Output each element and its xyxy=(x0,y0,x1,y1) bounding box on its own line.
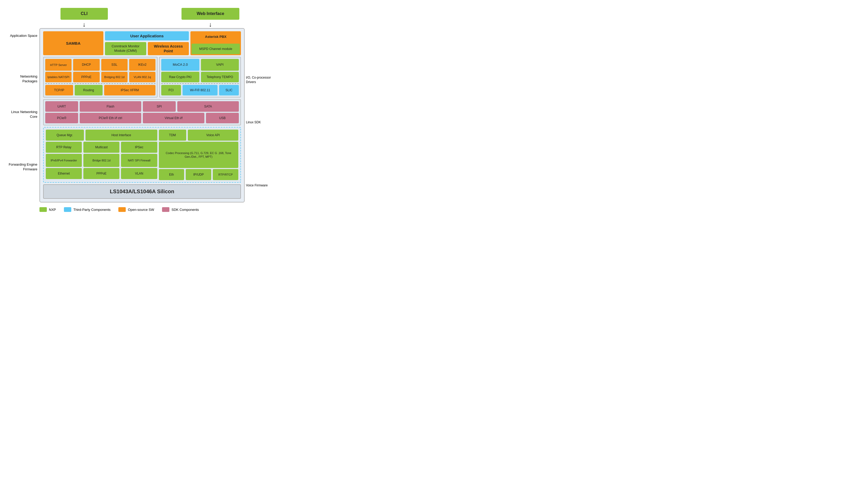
ssl-box: SSL xyxy=(101,59,127,71)
ikev2-box: IKEv2 xyxy=(129,59,155,71)
sdk-color xyxy=(162,207,169,212)
eth-box: Eth xyxy=(159,169,184,180)
fwd-left: Queue Mgr. Host Interface RTP Relay Mult… xyxy=(46,130,157,180)
user-apps-box: User Applications xyxy=(105,31,189,41)
vlan2-box: VLAN xyxy=(121,168,157,179)
net-packages-label: Networking Packages xyxy=(8,74,37,84)
ethernet-box: Ethernet xyxy=(46,168,82,179)
tcpip-box: TCP/IP xyxy=(45,85,73,95)
net-packages-section: HTTP Server DHCP SSL IKEv2 Iptables NAT/… xyxy=(43,57,157,97)
fwd-right: TDM Voice API Codec Processing (G.711, G… xyxy=(159,130,239,180)
web-box: Web Interface xyxy=(182,8,239,20)
uart-box: UART xyxy=(45,101,78,112)
host-interface-box: Host Interface xyxy=(85,130,157,141)
rtp-relay-box: RTP Relay xyxy=(46,142,82,153)
conntrack-box: Conntrack Monitor Module (CMM) xyxy=(105,42,146,55)
iptables-box: Iptables NAT/SPI xyxy=(45,72,72,82)
usb-box: USB xyxy=(206,113,239,123)
legend-third-party: Third-Party Components xyxy=(64,207,111,212)
right-voice-label: Voice Firmware xyxy=(246,183,281,188)
tdm-box: TDM xyxy=(159,130,186,141)
ip-udp-box: IP/UDP xyxy=(186,169,211,180)
linux-core-label: Linux Networking Core xyxy=(8,109,37,119)
main-container: SAMBA User Applications Conntrack Monito… xyxy=(40,28,245,203)
pppoe2-box: PPPoE xyxy=(83,168,120,179)
ipsec-xfrm-box: IPSec XFRM xyxy=(104,85,156,95)
codec-box: Codec Processing (G.711, G.729, EC G .16… xyxy=(159,142,239,168)
legend-open-source: Open-source SW xyxy=(118,207,154,212)
open-source-color xyxy=(118,207,126,212)
wifi-box: Wi-Fi® 802.11 xyxy=(183,85,218,95)
asterisk-box: Asterisk PBX xyxy=(190,31,241,43)
telephony-box: Telephony TEMPO xyxy=(201,72,239,82)
ipv6-box: IPv6/IPv4 Forwarder xyxy=(46,154,82,167)
multicast-box: Multicast xyxy=(83,142,120,153)
virtual-eth-box: Virtual Eth i/f xyxy=(143,113,204,123)
right-linux-label: Linux SDK xyxy=(246,120,281,125)
legend: NXP Third-Party Components Open-source S… xyxy=(40,207,281,212)
mspd-box: MSPD Channel module xyxy=(192,44,240,54)
cli-arrow: ↓ xyxy=(83,21,86,28)
app-row: SAMBA User Applications Conntrack Monito… xyxy=(43,31,241,55)
silicon-bar: LS1043A/LS1046A Silicon xyxy=(43,184,241,199)
right-io-label: I/O, Co-processor Drivers xyxy=(246,75,281,84)
ipsec-box: IPSec xyxy=(121,142,157,153)
diagram: CLI ↓ Web Interface ↓ Application Space … xyxy=(8,8,281,212)
http-box: HTTP Server xyxy=(45,59,72,71)
spi-box: SPI xyxy=(143,101,176,112)
flash-box: Flash xyxy=(80,101,141,112)
nat-spi-box: NAT/ SPI Firewall xyxy=(121,154,157,167)
legend-nxp: NXP xyxy=(40,207,56,212)
app-space-label: Application Space xyxy=(8,33,37,38)
nxp-color xyxy=(40,207,47,212)
queue-mgr-box: Queue Mgr. xyxy=(46,130,84,141)
pcie-box: PCIe® xyxy=(45,113,78,123)
vapi-box: VAPI xyxy=(201,59,239,71)
slic-box: SLIC xyxy=(219,85,239,95)
bridge-box: Bridge 802.1d xyxy=(83,154,120,167)
routing-box: Routing xyxy=(75,85,103,95)
fwd-label: Forwarding Engine Firmware xyxy=(8,162,37,172)
pcie-eth-box: PCIe® Eth i/f ctrl xyxy=(80,113,141,123)
dashed-sep2 xyxy=(161,83,239,84)
third-party-color xyxy=(64,207,71,212)
rtp-rtcp-box: RTP/RTCP xyxy=(213,169,238,180)
linux-sdk-section: UART Flash SPI SATA PCIe® PCIe® Eth i/f … xyxy=(43,99,241,125)
fci-box: FCI xyxy=(161,85,181,95)
web-arrow: ↓ xyxy=(209,21,212,28)
dhcp-box: DHCP xyxy=(73,59,100,71)
wireless-box: Wireless Access Point xyxy=(148,42,189,55)
legend-sdk: SDK Components xyxy=(162,207,199,212)
io-section: MoCA 2.0 VAPI Raw Crypto PKI Telephony T… xyxy=(159,57,241,97)
bridging-box: Bridging 802.1d xyxy=(101,72,127,82)
raw-crypto-box: Raw Crypto PKI xyxy=(161,72,199,82)
cli-box: CLI xyxy=(61,8,108,20)
sata-box: SATA xyxy=(177,101,239,112)
dashed-sep xyxy=(45,83,155,84)
fwd-section: Queue Mgr. Host Interface RTP Relay Mult… xyxy=(43,127,241,183)
samba-box: SAMBA xyxy=(43,31,103,55)
moca-box: MoCA 2.0 xyxy=(161,59,199,71)
pppoe-box: PPPoE xyxy=(73,72,100,82)
vlan-box: VLAN 802.1q xyxy=(129,72,155,82)
voice-api-box: Voice API xyxy=(188,130,238,141)
